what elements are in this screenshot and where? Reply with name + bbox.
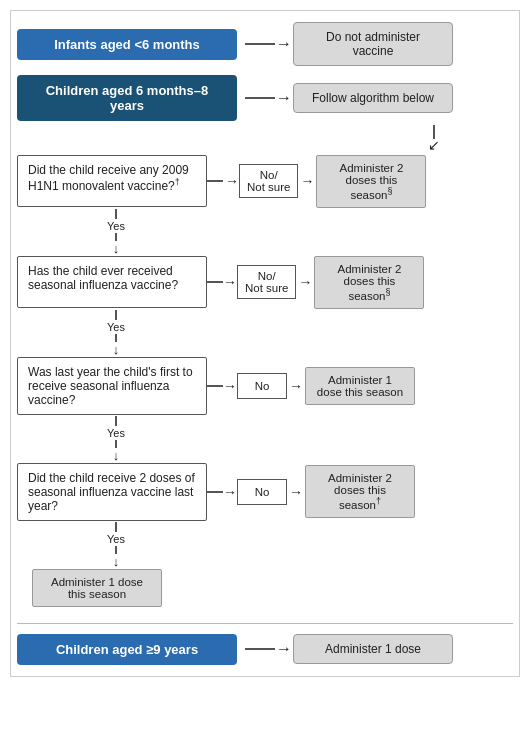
infants-row: Infants aged <6 months → Do not administ… xyxy=(17,22,513,66)
children6to8-action: Follow algorithm below xyxy=(293,83,453,113)
q3-no-label: No xyxy=(237,373,287,399)
flowchart: Infants aged <6 months → Do not administ… xyxy=(17,19,513,668)
children9plus-row: Children aged ≥9 years → Administer 1 do… xyxy=(17,634,513,665)
q4-action: Administer 2 doses this season† xyxy=(305,465,415,518)
q3-section: Was last year the child's first to recei… xyxy=(17,357,513,463)
final-action-section: Administer 1 dose this season xyxy=(17,569,513,607)
q1-yes-label: Yes xyxy=(107,220,125,232)
q3-box: Was last year the child's first to recei… xyxy=(17,357,207,415)
infants-action: Do not administer vaccine xyxy=(293,22,453,66)
q2-no-label: No/Not sure xyxy=(237,265,296,299)
q1-box: Did the child receive any 2009 H1N1 mono… xyxy=(17,155,207,207)
q1-section: Did the child receive any 2009 H1N1 mono… xyxy=(17,155,513,256)
children9plus-action: Administer 1 dose xyxy=(293,634,453,664)
final-action-box: Administer 1 dose this season xyxy=(32,569,162,607)
q2-section: Has the child ever received seasonal inf… xyxy=(17,256,513,357)
q4-no-label: No xyxy=(237,479,287,505)
infants-header: Infants aged <6 months xyxy=(17,29,237,60)
q2-action: Administer 2 doses this season§ xyxy=(314,256,424,309)
children6to8-row: Children aged 6 months–8 years → Follow … xyxy=(17,75,513,121)
section-divider xyxy=(17,623,513,624)
q2-yes-label: Yes xyxy=(107,321,125,333)
q2-box: Has the child ever received seasonal inf… xyxy=(17,256,207,308)
flowchart-container: Infants aged <6 months → Do not administ… xyxy=(10,10,520,677)
q3-action: Administer 1 dose this season xyxy=(305,367,415,405)
children6to8-header: Children aged 6 months–8 years xyxy=(17,75,237,121)
q1-no-label: No/Not sure xyxy=(239,164,298,198)
q4-yes-label: Yes xyxy=(107,533,125,545)
q1-action: Administer 2 doses this season§ xyxy=(316,155,426,208)
q3-yes-label: Yes xyxy=(107,427,125,439)
q4-box: Did the child receive 2 doses of seasona… xyxy=(17,463,207,521)
children9plus-header: Children aged ≥9 years xyxy=(17,634,237,665)
q4-section: Did the child receive 2 doses of seasona… xyxy=(17,463,513,569)
